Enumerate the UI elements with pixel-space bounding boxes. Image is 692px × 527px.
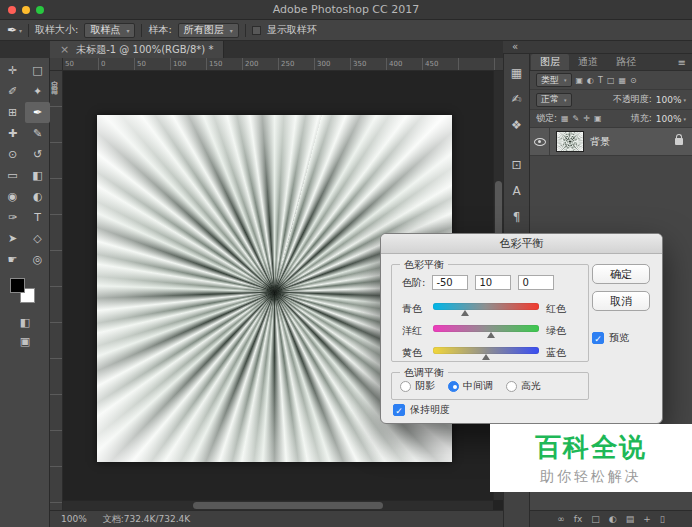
eye-icon <box>534 138 546 146</box>
close-tab-icon[interactable]: × <box>60 43 69 56</box>
maximize-window-button[interactable] <box>36 6 44 14</box>
document-tab[interactable]: × 未标题-1 @ 100%(RGB/8*) * <box>50 41 224 58</box>
layer-thumbnail[interactable] <box>556 131 584 152</box>
tone-option-shadows[interactable]: 阴影 <box>400 379 435 393</box>
filter-adjustment-layers-icon[interactable]: ◐ <box>587 76 594 85</box>
cancel-button[interactable]: 取消 <box>592 291 650 311</box>
filter-smart-object-icon[interactable]: ▦ <box>619 76 627 85</box>
type-tool[interactable]: T <box>25 207 50 228</box>
marquee-tool[interactable]: □ <box>25 60 50 81</box>
layer-effects-icon[interactable]: fx <box>574 514 583 524</box>
new-group-icon[interactable]: ▤ <box>626 514 635 524</box>
gradient-tool[interactable]: ◧ <box>25 165 50 186</box>
eyedropper-tool[interactable]: ✒ <box>25 102 50 123</box>
add-layer-mask-icon[interactable]: □ <box>591 514 600 524</box>
new-layer-icon[interactable]: + <box>643 514 651 524</box>
collapse-panels-icon[interactable]: « <box>512 42 518 52</box>
ok-button[interactable]: 确定 <box>592 264 650 284</box>
sample-value: 所有图层 <box>184 23 224 37</box>
character-panel-icon[interactable]: A <box>503 178 530 204</box>
yellow-blue-level-input[interactable] <box>518 275 554 290</box>
preserve-luminosity-checkbox[interactable]: 保持明度 <box>393 403 450 417</box>
quick-selection-tool[interactable]: ✦ <box>25 81 50 102</box>
ruler-tick: 50 <box>63 58 99 70</box>
layer-row-background[interactable]: 背景 <box>530 128 692 156</box>
filter-shape-layers-icon[interactable]: □ <box>607 76 615 85</box>
lasso-tool[interactable]: ✐ <box>0 81 25 102</box>
layer-visibility-cell[interactable] <box>530 128 550 155</box>
blend-mode-value: 正常 <box>541 93 559 106</box>
dodge-tool[interactable]: ◐ <box>25 186 50 207</box>
eraser-tool[interactable]: ▭ <box>0 165 25 186</box>
sample-dropdown[interactable]: 所有图层 ▾ <box>178 23 239 38</box>
styles-panel-icon[interactable]: ❖ <box>503 112 530 138</box>
tone-option-midtones[interactable]: 中间调 <box>448 379 493 393</box>
lock-all-icon[interactable]: ▣ <box>594 114 602 123</box>
filter-type-layers-icon[interactable]: T <box>598 76 603 85</box>
brush-tool[interactable]: ✎ <box>25 123 50 144</box>
blend-mode-dropdown[interactable]: 正常 ▾ <box>536 93 572 107</box>
midtones-label: 中间调 <box>463 379 493 393</box>
magenta-green-level-input[interactable] <box>475 275 511 290</box>
watermark-title: 百科全说 <box>535 430 647 465</box>
clone-source-panel-icon[interactable]: ⊡ <box>503 152 530 178</box>
delete-layer-icon[interactable]: ▯ <box>660 514 665 524</box>
screen-mode-icon[interactable]: ▣ <box>20 335 30 348</box>
preserve-checkbox-box[interactable] <box>393 404 405 416</box>
blur-tool[interactable]: ◉ <box>0 186 25 207</box>
radio-icon[interactable] <box>400 381 411 392</box>
tab-channels[interactable]: 通道 <box>569 54 607 70</box>
shape-tool[interactable]: ◇ <box>25 228 50 249</box>
opacity-value[interactable]: 100% ▾ <box>656 95 686 105</box>
preview-checkbox[interactable]: 预览 <box>592 331 650 345</box>
yellow-blue-slider[interactable] <box>433 345 539 360</box>
eyedropper-tool-icon[interactable]: ✒ ▾ <box>7 23 22 37</box>
cyan-red-level-input[interactable] <box>432 275 468 290</box>
filter-pixel-layers-icon[interactable]: ▣ <box>576 76 584 85</box>
slider-marker[interactable] <box>461 310 469 316</box>
foreground-color-swatch[interactable] <box>10 278 25 293</box>
history-brush-tool[interactable]: ↺ <box>25 144 50 165</box>
close-window-button[interactable] <box>8 6 16 14</box>
preview-checkbox-box[interactable] <box>592 332 604 344</box>
hand-tool[interactable]: ☛ <box>0 249 25 270</box>
tone-option-highlights[interactable]: 高光 <box>506 379 541 393</box>
panel-menu-icon[interactable]: ≡ <box>678 57 686 68</box>
magenta-green-slider[interactable] <box>433 323 539 338</box>
lock-image-icon[interactable]: ✎ <box>573 114 580 123</box>
pen-tool[interactable]: ✑ <box>0 207 25 228</box>
scrollbar-thumb[interactable] <box>193 502 383 509</box>
cyan-label: 青色 <box>402 302 426 316</box>
radio-icon[interactable] <box>506 381 517 392</box>
quick-mask-icon[interactable]: ◧ <box>20 316 30 329</box>
adjustments-panel-icon[interactable]: ✍ <box>503 86 530 112</box>
zoom-level[interactable]: 100% <box>61 514 87 524</box>
move-tool[interactable]: ✛ <box>0 60 25 81</box>
crop-tool[interactable]: ⊞ <box>0 102 25 123</box>
new-adjustment-layer-icon[interactable]: ◐ <box>609 514 617 524</box>
fill-value[interactable]: 100% ▾ <box>656 114 686 124</box>
sample-size-dropdown[interactable]: 取样点 ▾ <box>84 23 135 38</box>
healing-brush-tool[interactable]: ✚ <box>0 123 25 144</box>
radio-icon[interactable] <box>448 381 459 392</box>
slider-marker[interactable] <box>482 354 490 360</box>
zoom-tool[interactable]: ◎ <box>25 249 50 270</box>
dialog-titlebar[interactable]: 色彩平衡 <box>381 234 662 254</box>
color-panel-icon[interactable]: ▦ <box>503 60 530 86</box>
minimize-window-button[interactable] <box>22 6 30 14</box>
show-sample-ring-checkbox[interactable] <box>252 26 261 35</box>
horizontal-scrollbar[interactable] <box>63 500 493 510</box>
layer-filter-dropdown[interactable]: 类型 ▾ <box>536 73 572 87</box>
clone-stamp-tool[interactable]: ⊙ <box>0 144 25 165</box>
lock-position-icon[interactable]: ✛ <box>583 114 590 123</box>
filter-toggle-icon[interactable]: ⊙ <box>630 76 637 85</box>
lock-transparency-icon[interactable]: ▦ <box>561 114 569 123</box>
link-layers-icon[interactable]: ∞ <box>557 514 565 524</box>
path-selection-tool[interactable]: ➤ <box>0 228 25 249</box>
slider-marker[interactable] <box>487 332 495 338</box>
tab-paths[interactable]: 路径 <box>607 54 645 70</box>
paragraph-panel-icon[interactable]: ¶ <box>503 204 530 230</box>
layers-panel-footer: ∞fx□◐▤+▯ <box>530 510 692 527</box>
tab-layers[interactable]: 图层 <box>531 54 569 70</box>
cyan-red-slider[interactable] <box>433 301 539 316</box>
